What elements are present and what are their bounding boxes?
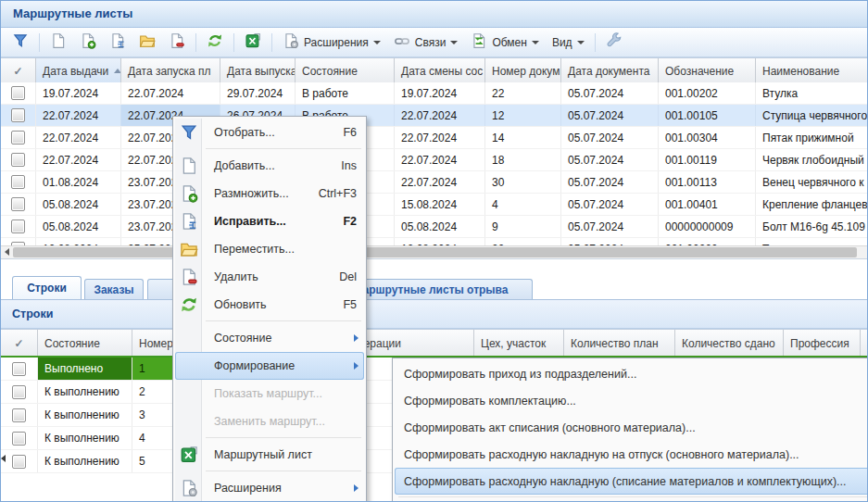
sort-ascending-icon — [114, 69, 121, 73]
edit-document-icon — [109, 32, 126, 53]
context-menu-item[interactable]: УдалитьDel — [175, 263, 364, 291]
edit-button[interactable] — [103, 31, 132, 54]
filter-button[interactable] — [6, 31, 35, 54]
table-cell: Т — [756, 238, 868, 245]
row-checkbox[interactable] — [11, 220, 25, 233]
context-menu-item[interactable]: Состояние — [175, 324, 364, 352]
table-row[interactable]: 12.08.202425.07.202412.08.20242005.07.20… — [1, 238, 868, 245]
table-row[interactable]: 22.07.202422.07.202422.07.20241805.07.20… — [1, 149, 868, 171]
tab-строки[interactable]: Строки — [12, 276, 82, 299]
top-grid-column-header[interactable]: Дата выдачи — [36, 58, 121, 83]
row-checkbox[interactable] — [11, 131, 25, 144]
submenu-item[interactable]: Сформировать комплектацию... — [395, 387, 868, 414]
top-grid-column-header[interactable]: Наименование — [756, 58, 868, 83]
table-cell: Червяк глобоидный — [756, 149, 868, 170]
top-grid-column-header[interactable]: Номер докум — [485, 58, 561, 83]
menu-item-label: Исправить... — [214, 215, 286, 228]
table-cell: 9 — [485, 216, 561, 237]
top-grid-hscrollbar[interactable] — [1, 245, 867, 259]
table-cell: 22.07.2024 — [36, 127, 121, 148]
row-checkbox[interactable] — [12, 408, 26, 422]
submenu-item[interactable]: Сформировать расходную накладную (списан… — [395, 468, 868, 495]
context-menu-item[interactable]: Исправить...F2 — [175, 207, 364, 235]
context-menu: Отобрать...F6Добавить...InsРазмножить...… — [172, 116, 367, 502]
row-checkbox[interactable] — [11, 175, 25, 189]
top-grid-column-label: Дата выдачи — [43, 65, 108, 78]
top-grid-column-header[interactable]: Дата выпуска — [220, 58, 296, 83]
row-checkbox[interactable] — [11, 86, 25, 100]
checkbox-cell — [1, 358, 38, 380]
checkbox-cell — [1, 105, 36, 126]
bottom-grid-column-header[interactable]: Количество план — [564, 330, 675, 357]
table-row[interactable]: 05.08.202423.07.202405.08.2024905.07.202… — [1, 216, 868, 238]
row-checkbox[interactable] — [11, 108, 25, 122]
context-menu-item[interactable]: Отобрать...F6 — [175, 119, 364, 146]
checkbox-cell — [1, 427, 38, 449]
table-row[interactable]: 19.07.202422.07.202429.07.2024В работе19… — [1, 82, 868, 105]
row-checkbox[interactable] — [12, 455, 26, 469]
submenu-item[interactable]: Сформировать расходную накладную на отпу… — [395, 441, 868, 468]
splitter-collapse-icon[interactable] — [1, 453, 8, 463]
context-menu-item[interactable]: Маршрутный лист — [175, 441, 364, 469]
customize-button[interactable] — [599, 31, 629, 54]
context-menu-item[interactable]: Добавить...Ins — [175, 152, 364, 180]
submenu-item[interactable]: Сформировать приход из подразделений... — [395, 360, 868, 387]
table-row[interactable]: 01.08.202423.07.202422.07.20243005.07.20… — [1, 171, 868, 194]
duplicate-button[interactable] — [73, 31, 103, 54]
table-row[interactable]: 22.07.202422.07.202422.07.20241405.07.20… — [1, 127, 868, 149]
context-menu-item[interactable]: Расширения — [175, 474, 364, 502]
bottom-grid-column-header[interactable]: Цех, участок — [474, 330, 564, 357]
chevron-down-icon — [450, 41, 458, 44]
delete-button[interactable] — [162, 31, 192, 54]
row-checkbox[interactable] — [12, 362, 26, 376]
bottom-grid-column-header[interactable]: Профессия — [784, 330, 861, 357]
row-checkbox[interactable] — [12, 385, 26, 399]
toolbar-dropdown-label: Обмен — [492, 36, 527, 49]
context-menu-item[interactable]: Формирование — [175, 352, 364, 380]
links-dropdown[interactable]: Связи — [387, 31, 465, 54]
row-checkbox[interactable] — [12, 432, 26, 446]
bottom-grid-column-header[interactable]: Количество сдано — [675, 330, 784, 357]
refresh-icon — [207, 32, 223, 53]
top-grid-column-header[interactable]: Дата смены сос — [395, 58, 485, 83]
delete-document-icon — [169, 32, 185, 53]
table-cell: 22.07.2024 — [395, 127, 485, 148]
context-menu-item[interactable]: ОбновитьF5 — [175, 291, 364, 319]
extensions-icon — [283, 32, 299, 52]
select-all-header[interactable]: ✓ — [1, 330, 38, 357]
refresh-button[interactable] — [200, 31, 230, 54]
top-grid-column-header[interactable]: Состояние — [296, 58, 395, 83]
checkbox-cell — [1, 238, 36, 245]
excel-export-button[interactable] — [238, 31, 268, 54]
top-grid-column-header[interactable]: Обозначение — [659, 58, 756, 83]
bottom-grid-column-header[interactable]: Состояние — [38, 330, 132, 357]
select-all-header[interactable]: ✓ — [1, 58, 36, 83]
table-row[interactable]: 22.07.202422.07.202426.07.2024В работе22… — [1, 105, 868, 127]
row-checkbox[interactable] — [11, 197, 25, 211]
view-dropdown[interactable]: Вид — [546, 31, 591, 54]
top-grid-column-header[interactable]: Дата документа — [561, 58, 659, 83]
toolbar-dropdown-label: Расширения — [304, 36, 369, 49]
context-menu-item[interactable]: Размножить...Ctrl+F3 — [175, 180, 364, 207]
hscroll-thumb[interactable] — [13, 247, 857, 257]
move-button[interactable] — [132, 31, 162, 54]
top-grid-column-label: Дата смены сос — [401, 65, 483, 78]
extensions-dropdown[interactable]: Расширения — [276, 31, 387, 54]
delete-document-icon — [180, 268, 198, 286]
main-toolbar: РасширенияСвязиОбменВид — [1, 28, 867, 57]
chevron-down-icon — [373, 41, 381, 44]
chevron-down-icon — [577, 41, 585, 44]
context-menu-item[interactable]: Переместить... — [175, 235, 364, 263]
top-grid-column-header[interactable]: Дата запуска пл — [121, 58, 220, 83]
row-checkbox[interactable] — [11, 153, 25, 167]
exchange-dropdown[interactable]: Обмен — [464, 31, 546, 54]
toolbar-separator — [233, 33, 234, 52]
menu-item-label: Сформировать расходную накладную на отпу… — [404, 448, 799, 461]
add-button[interactable] — [44, 31, 73, 54]
tab-заказы[interactable]: Заказы — [84, 279, 144, 299]
toolbar-separator — [195, 33, 196, 52]
submenu-item[interactable]: Сформировать акт списания (основного мат… — [395, 414, 868, 441]
table-row[interactable]: 05.08.202423.07.202415.08.2024405.07.202… — [1, 194, 868, 216]
menu-item-shortcut: F5 — [328, 298, 357, 311]
scroll-left-arrow-icon[interactable] — [1, 246, 13, 257]
